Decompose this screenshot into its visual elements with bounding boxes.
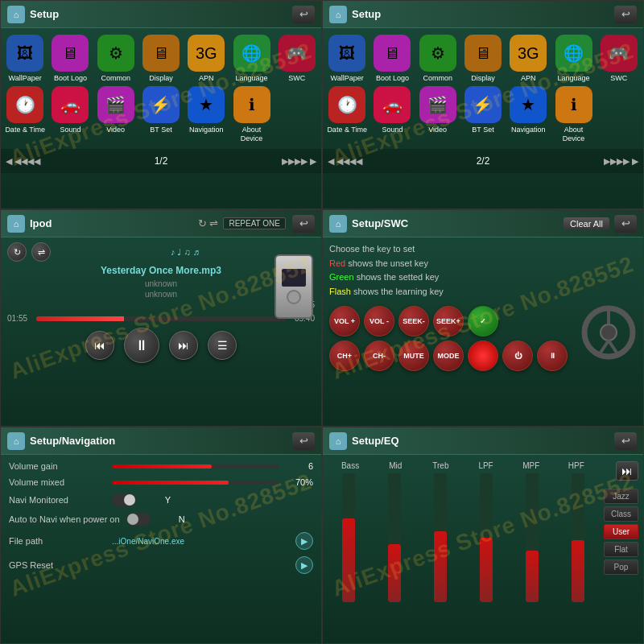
nav-volume-gain-row: Volume gain 6: [9, 461, 313, 471]
app-item-display[interactable]: 🖥 Display: [462, 35, 504, 83]
eq-content: Bass Mid Treb LPF MPF HPF: [323, 455, 643, 609]
app-icon-9: 🎬: [419, 86, 456, 123]
app-item-display[interactable]: 🖥 Display: [140, 35, 182, 83]
nav-volume-gain-slider[interactable]: [112, 464, 279, 469]
app-item-sound[interactable]: 🚗 Sound: [49, 86, 91, 143]
back-btn-swc[interactable]: ↩: [614, 215, 637, 233]
playback-buttons: ⏮ ⏸ ⏭ ☰: [7, 328, 315, 363]
app-item-sound[interactable]: 🚗 Sound: [371, 86, 413, 143]
swc-ch-minus[interactable]: CH-: [364, 341, 394, 371]
home-icon-4[interactable]: ⌂: [329, 215, 347, 233]
swc-playpause[interactable]: ⏸: [537, 341, 568, 371]
app-item-date-&-time[interactable]: 🕐 Date & Time: [4, 86, 46, 143]
app-item-navigation[interactable]: ★ Navigation: [507, 86, 549, 143]
swc-row-1: VOL + VOL - SEEK- SEEK+ ✓: [329, 306, 577, 336]
swc-mute[interactable]: MUTE: [398, 341, 429, 371]
swc-ch-plus[interactable]: CH+: [329, 341, 360, 371]
ipod-device: [275, 254, 313, 319]
play-pause-btn[interactable]: ⏸: [124, 328, 159, 363]
app-item-apn[interactable]: 3G APN: [507, 35, 549, 83]
home-icon-5[interactable]: ⌂: [7, 432, 25, 450]
app-item-bt-set[interactable]: ⚡ BT Set: [140, 86, 182, 143]
nav-auto-navi-toggle[interactable]: [126, 513, 151, 526]
eq-bar-lpf[interactable]: [475, 473, 497, 602]
menu-btn[interactable]: ☰: [208, 331, 237, 360]
app-item-about-device[interactable]: ℹ About Device: [230, 86, 272, 143]
app-label-9: Video: [428, 126, 447, 134]
swc-content: Choose the key to set Red shows the unse…: [323, 237, 643, 376]
app-item-swc[interactable]: 🎮 SWC: [276, 35, 318, 83]
eq-preset-jazz[interactable]: Jazz: [604, 489, 638, 504]
app-item-swc[interactable]: 🎮 SWC: [598, 35, 640, 83]
eq-preset-user[interactable]: User: [604, 524, 638, 539]
svg-point-1: [601, 324, 617, 341]
app-item-bt-set[interactable]: ⚡ BT Set: [462, 86, 504, 143]
app-item-wallpaper[interactable]: 🖼 WallPaper: [326, 35, 368, 83]
eq-labels-row: Bass Mid Treb LPF MPF HPF: [328, 461, 599, 470]
swc-mode[interactable]: MODE: [433, 341, 464, 371]
back-btn-1[interactable]: ↩: [292, 6, 315, 23]
app-icon-3: 🖥: [464, 35, 502, 72]
titlebar-eq: ⌂ Setup/EQ ↩: [323, 427, 643, 455]
app-icon-11: ★: [188, 86, 225, 123]
home-icon-1[interactable]: ⌂: [7, 6, 25, 23]
app-item-navigation[interactable]: ★ Navigation: [185, 86, 227, 143]
app-item-video[interactable]: 🎬 Video: [95, 86, 137, 143]
nav-filepath-btn[interactable]: ▶: [295, 532, 313, 550]
nav-monitored-toggle[interactable]: [112, 493, 136, 506]
swc-seek-plus[interactable]: SEEK+: [433, 306, 464, 336]
eq-bar-mid[interactable]: [383, 473, 406, 602]
shuffle-btn[interactable]: ⇌: [31, 242, 51, 262]
app-item-apn[interactable]: 3G APN: [185, 35, 227, 83]
repeat-badge: REPEAT ONE: [223, 217, 286, 229]
eq-preset-class[interactable]: Class: [604, 506, 638, 522]
swc-vol-minus[interactable]: VOL -: [364, 306, 394, 336]
app-label-11: Navigation: [511, 126, 546, 134]
pag-next-2[interactable]: ▶▶▶▶ ▶: [604, 156, 638, 167]
app-icon-0: 🖼: [328, 35, 365, 72]
swc-red-indicator[interactable]: [468, 341, 498, 371]
swc-green-btn[interactable]: ✓: [468, 306, 498, 336]
titlebar-swc: ⌂ Setup/SWC Clear All ↩: [323, 210, 643, 237]
app-item-date-&-time[interactable]: 🕐 Date & Time: [326, 86, 368, 143]
pag-prev-1[interactable]: ◀ ◀◀◀◀: [6, 156, 40, 167]
app-item-common[interactable]: ⚙ Common: [417, 35, 459, 83]
app-label-4: APN: [199, 74, 214, 83]
nav-gps-btn[interactable]: ▶: [295, 556, 313, 574]
progress-track[interactable]: [36, 316, 286, 321]
loop-btn[interactable]: ↻: [7, 242, 27, 262]
app-item-about-device[interactable]: ℹ About Device: [552, 86, 594, 143]
app-item-common[interactable]: ⚙ Common: [95, 35, 137, 83]
swc-seek-minus[interactable]: SEEK-: [398, 306, 429, 336]
eq-bar-mpf[interactable]: [521, 473, 543, 602]
app-item-wallpaper[interactable]: 🖼 WallPaper: [4, 35, 46, 83]
home-icon-3[interactable]: ⌂: [7, 215, 25, 233]
back-btn-nav[interactable]: ↩: [292, 432, 315, 450]
app-item-language[interactable]: 🌐 Language: [552, 35, 594, 83]
eq-preset-pop[interactable]: Pop: [604, 559, 638, 575]
clear-all-btn[interactable]: Clear All: [564, 217, 609, 230]
nav-volume-mixed-slider[interactable]: [112, 481, 279, 485]
app-icon-1: 🖥: [374, 35, 411, 72]
swc-power[interactable]: ⏻: [502, 341, 533, 371]
app-item-boot-logo[interactable]: 🖥 Boot Logo: [49, 35, 91, 83]
eq-bar-treb[interactable]: [429, 473, 452, 602]
pag-prev-2[interactable]: ◀ ◀◀◀◀: [328, 156, 362, 167]
swc-vol-plus[interactable]: VOL +: [329, 306, 360, 336]
home-icon-6[interactable]: ⌂: [329, 432, 347, 450]
eq-presets: Jazz Class User Flat Pop: [604, 485, 638, 575]
app-item-video[interactable]: 🎬 Video: [417, 86, 459, 143]
eq-skip-btn[interactable]: ⏭: [616, 461, 638, 481]
home-icon-2[interactable]: ⌂: [329, 6, 347, 23]
app-item-language[interactable]: 🌐 Language: [230, 35, 272, 83]
prev-btn[interactable]: ⏮: [85, 331, 114, 360]
eq-preset-flat[interactable]: Flat: [604, 542, 638, 557]
app-item-boot-logo[interactable]: 🖥 Boot Logo: [371, 35, 413, 83]
eq-bar-bass[interactable]: [337, 473, 360, 602]
back-btn-eq[interactable]: ↩: [614, 432, 637, 450]
pag-next-1[interactable]: ▶▶▶▶ ▶: [282, 156, 316, 167]
eq-bar-hpf[interactable]: [567, 473, 589, 602]
back-btn-2[interactable]: ↩: [614, 6, 637, 23]
back-btn-ipod[interactable]: ↩: [292, 215, 315, 233]
next-btn[interactable]: ⏭: [169, 331, 198, 360]
